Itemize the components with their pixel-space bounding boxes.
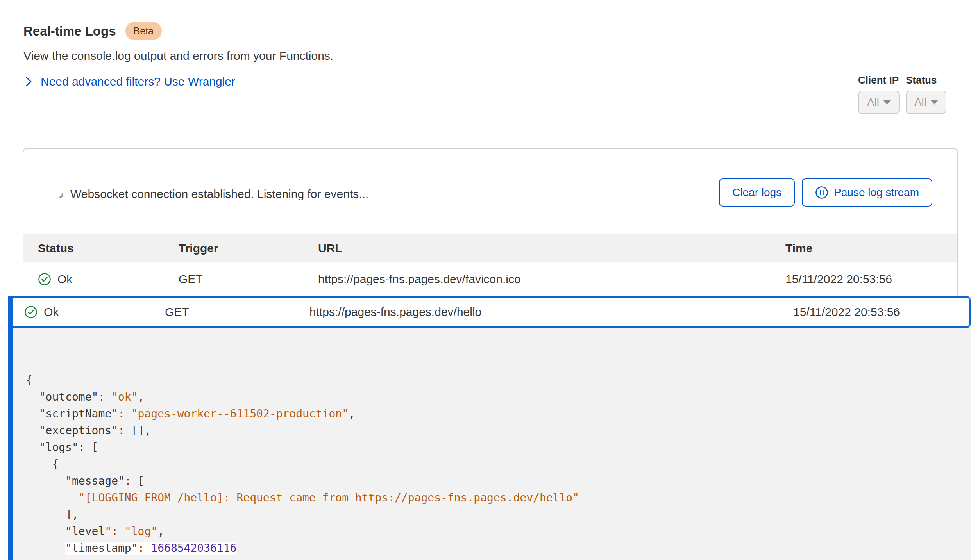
url-value: https://pages-fns.pages.dev/favicon.ico: [318, 273, 785, 286]
column-header-status: Status: [38, 242, 179, 255]
trigger-value: GET: [165, 305, 309, 319]
expanded-log-entry: Ok GET https://pages-fns.pages.dev/hello…: [8, 296, 971, 560]
clear-logs-button[interactable]: Clear logs: [719, 178, 795, 207]
json-line: "timestamp": 1668542036116: [26, 540, 971, 556]
check-circle-icon: [38, 273, 51, 286]
trigger-value: GET: [179, 273, 318, 286]
wrangler-filters-link[interactable]: Need advanced filters? Use Wrangler: [24, 75, 235, 88]
page-header: Real-time Logs Beta: [23, 22, 162, 40]
beta-badge: Beta: [125, 22, 162, 40]
json-line: }: [26, 556, 971, 560]
column-header-time: Time: [785, 242, 957, 255]
json-line: "scriptName": "pages-worker--611502-prod…: [26, 405, 971, 422]
json-line: "level": "log",: [26, 523, 971, 540]
status-dropdown[interactable]: All: [906, 91, 946, 114]
client-ip-dropdown-value: All: [867, 96, 879, 109]
json-line: "exceptions": [],: [26, 422, 971, 439]
log-row-hello-selected[interactable]: Ok GET https://pages-fns.pages.dev/hello…: [13, 296, 971, 328]
status-value: Ok: [57, 273, 72, 286]
wrangler-link-label: Need advanced filters? Use Wrangler: [41, 75, 235, 88]
json-line: {: [26, 372, 971, 389]
json-line: ],: [26, 506, 971, 523]
log-table-header: Status Trigger URL Time: [23, 234, 957, 262]
stream-buttons: Clear logs Pause log stream: [719, 178, 932, 207]
url-value: https://pages-fns.pages.dev/hello: [309, 305, 793, 319]
column-header-trigger: Trigger: [179, 242, 318, 255]
json-line: "message": [: [26, 473, 971, 489]
chevron-right-icon: [24, 76, 33, 87]
time-value: 15/11/2022 20:53:56: [793, 305, 969, 319]
spinner-icon: [54, 189, 64, 199]
pause-log-stream-label: Pause log stream: [834, 186, 919, 199]
caret-down-icon: [931, 100, 938, 105]
json-lines: { "outcome": "ok", "scriptName": "pages-…: [26, 372, 971, 560]
pause-log-stream-button[interactable]: Pause log stream: [802, 178, 932, 207]
time-value: 15/11/2022 20:53:56: [785, 273, 957, 286]
log-row-favicon[interactable]: Ok GET https://pages-fns.pages.dev/favic…: [23, 262, 957, 296]
clear-logs-label: Clear logs: [732, 186, 781, 199]
status-filter-label: Status: [906, 74, 937, 86]
client-ip-dropdown[interactable]: All: [858, 91, 900, 114]
json-line: "logs": [: [26, 439, 971, 456]
status-cell: Ok: [38, 273, 179, 286]
page-subtitle: View the console.log output and errors f…: [23, 49, 333, 62]
status-value: Ok: [44, 305, 59, 319]
json-line: {: [26, 456, 971, 473]
caret-down-icon: [883, 100, 891, 105]
log-detail-json: { "outcome": "ok", "scriptName": "pages-…: [13, 328, 971, 560]
stream-status-message: Websocket connection established. Listen…: [70, 187, 368, 201]
status-cell: Ok: [24, 305, 165, 319]
stream-status: Websocket connection established. Listen…: [54, 185, 368, 203]
json-line: "outcome": "ok",: [26, 389, 971, 405]
status-dropdown-value: All: [914, 96, 926, 109]
check-circle-icon: [24, 305, 38, 319]
json-line: "[LOGGING FROM /hello]: Request came fro…: [26, 489, 971, 506]
client-ip-label: Client IP: [858, 74, 899, 86]
pause-circle-icon: [815, 186, 828, 199]
page-title: Real-time Logs: [23, 24, 116, 39]
column-header-url: URL: [318, 242, 785, 255]
